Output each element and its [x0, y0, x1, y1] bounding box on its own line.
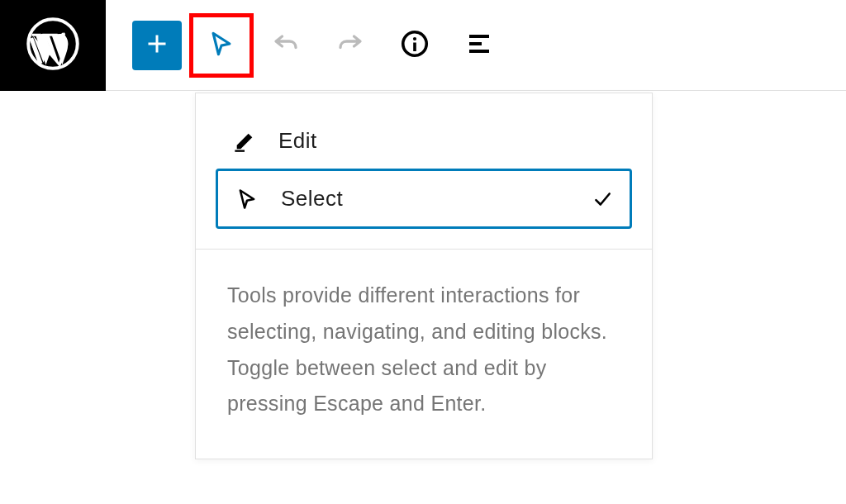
editor-toolbar — [0, 0, 846, 91]
info-button[interactable] — [390, 21, 440, 70]
tools-description: Tools provide different interactions for… — [196, 250, 652, 459]
undo-button[interactable] — [261, 21, 311, 70]
cursor-icon — [235, 187, 259, 212]
svg-rect-3 — [413, 42, 416, 51]
add-block-button[interactable] — [132, 21, 182, 70]
tools-menu-section: Edit Select — [196, 93, 652, 250]
edit-mode-item[interactable]: Edit — [216, 113, 632, 169]
wordpress-icon — [25, 16, 81, 75]
document-outline-button[interactable] — [454, 21, 504, 70]
pencil-icon — [232, 129, 257, 154]
select-mode-item[interactable]: Select — [216, 169, 632, 229]
check-icon — [592, 188, 613, 210]
toolbar-controls — [106, 21, 504, 70]
svg-point-2 — [413, 36, 416, 40]
wordpress-logo-button[interactable] — [0, 0, 106, 91]
undo-icon — [271, 29, 301, 62]
tools-dropdown: Edit Select Tools provide different inte… — [195, 93, 653, 459]
edit-mode-label: Edit — [278, 128, 615, 154]
svg-point-0 — [28, 19, 78, 69]
redo-button[interactable] — [326, 21, 375, 70]
plus-icon — [142, 29, 172, 62]
svg-rect-4 — [235, 150, 245, 151]
redo-icon — [335, 29, 365, 62]
info-icon — [400, 29, 430, 62]
tools-button[interactable] — [197, 21, 246, 70]
select-mode-label: Select — [281, 186, 570, 212]
cursor-icon — [207, 30, 235, 61]
list-view-icon — [464, 29, 494, 62]
